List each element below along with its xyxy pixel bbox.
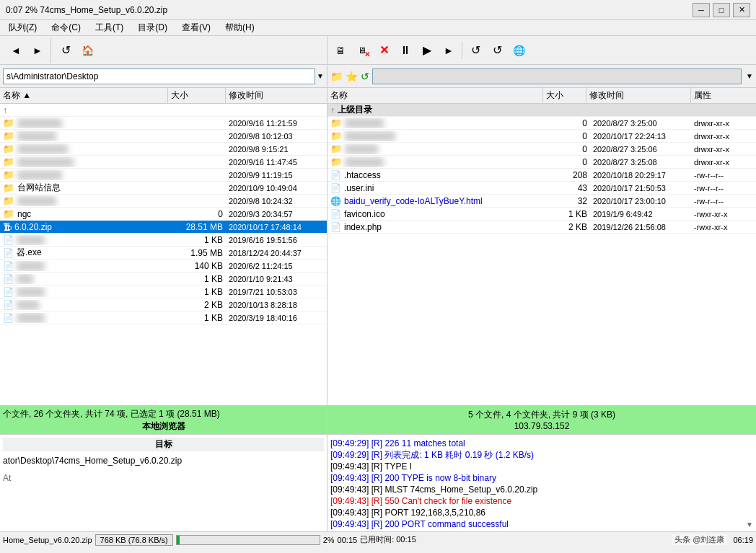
up-icon: ↑ bbox=[3, 105, 7, 115]
table-row[interactable]: 📄fileXXX 1 KB 2020/3/19 18:40:16 bbox=[0, 311, 327, 324]
file-icon: 📄 bbox=[3, 313, 14, 323]
list-item: [09:49:43] [R] 200 TYPE is now 8-bit bin… bbox=[330, 472, 753, 484]
left-col-date[interactable]: 修改时间 bbox=[226, 88, 327, 103]
minimize-button[interactable]: ─ bbox=[693, 3, 710, 17]
right-col-name[interactable]: 名称 bbox=[328, 88, 543, 103]
log-right-panel[interactable]: [09:49:29] [R] 226 11 matches total [09:… bbox=[328, 435, 756, 531]
log-area: 目标 ator\Desktop\74cms_Home_Setup_v6.0.20… bbox=[0, 434, 756, 531]
log-source-row: ator\Desktop\74cms_Home_Setup_v6.0.20.zi… bbox=[3, 456, 324, 466]
address-area: ▼ 📁 ⭐ ↺ ▼ bbox=[0, 65, 756, 88]
green-icon[interactable]: ↺ bbox=[361, 71, 369, 82]
left-toolbar-section2: ↺ 🏠 bbox=[53, 37, 100, 63]
bookmark-icon[interactable]: 📁 bbox=[330, 71, 343, 82]
menu-queue[interactable]: 队列(Z) bbox=[3, 20, 43, 35]
table-row[interactable]: 📄.user.ini 43 2020/10/17 21:50:53 -rw-r-… bbox=[328, 182, 756, 195]
list-item: [09:49:43] [R] 550 Can't check for file … bbox=[330, 495, 753, 507]
list-item: [09:49:29] [R] 列表完成: 1 KB 耗时 0.19 秒 (1.2… bbox=[330, 449, 753, 461]
file-icon: 📄 bbox=[3, 300, 14, 310]
table-row[interactable]: 📄index.php 2 KB 2019/12/26 21:56:08 -rwx… bbox=[328, 221, 756, 234]
remote-refresh-button[interactable]: ↺ bbox=[465, 40, 485, 61]
folder-icon: 📁 bbox=[3, 169, 14, 180]
browser-button[interactable]: 🌐 bbox=[509, 40, 529, 61]
table-row[interactable]: 📄favicon.ico 1 KB 2019/1/9 6:49:42 -rwxr… bbox=[328, 208, 756, 221]
table-row[interactable]: 📁ngc 0 2020/9/3 20:34:57 bbox=[0, 208, 327, 221]
local-address-bar: ▼ bbox=[0, 65, 328, 87]
remote-dropdown-icon[interactable]: ▼ bbox=[746, 72, 753, 80]
file-icon: 📄 bbox=[3, 274, 14, 284]
connect-button[interactable]: 🖥 bbox=[330, 40, 351, 61]
menu-help[interactable]: 帮助(H) bbox=[219, 20, 260, 35]
table-row[interactable]: ↑ bbox=[0, 104, 327, 117]
remote-address-bar: 📁 ⭐ ↺ ▼ bbox=[328, 65, 756, 87]
table-row[interactable]: 📁folderXXX 2020/9/8 10:12:03 bbox=[0, 130, 327, 143]
file-label: Home_Setup_v6.0.20.zip bbox=[3, 536, 92, 544]
right-col-attr[interactable]: 属性 bbox=[691, 88, 756, 103]
table-row[interactable]: ↑上级目录 bbox=[328, 104, 756, 117]
table-row[interactable]: 📄fileX 1 KB 2020/1/10 9:21:43 bbox=[0, 273, 327, 286]
table-row[interactable]: 📁folderXXX 0 2020/8/27 3:25:00 drwxr-xr-… bbox=[328, 117, 756, 130]
forward-button[interactable]: ► bbox=[27, 40, 48, 61]
right-col-size[interactable]: 大小 bbox=[543, 88, 586, 103]
table-row[interactable]: 📄fileXXX 1 KB 2019/6/16 19:51:56 bbox=[0, 234, 327, 247]
star-icon[interactable]: ⭐ bbox=[346, 71, 358, 82]
maximize-button[interactable]: □ bbox=[713, 3, 730, 17]
table-row[interactable]: 📁folderXXXX 2020/9/9 11:19:15 bbox=[0, 169, 327, 182]
table-row[interactable]: 📄器.exe 1.95 MB 2018/12/24 20:44:37 bbox=[0, 247, 327, 260]
address-dropdown-icon[interactable]: ▼ bbox=[317, 72, 324, 80]
watermark: 头条 @刘连康 bbox=[672, 534, 727, 545]
list-item: [09:49:43] [R] PORT 192,168,3,5,210,86 bbox=[330, 507, 753, 518]
local-path-input[interactable] bbox=[3, 68, 315, 84]
table-row[interactable]: 📁folderXXX 2020/9/8 10:24:32 bbox=[0, 195, 327, 208]
zip-icon: 🗜 bbox=[3, 222, 12, 232]
folder-icon: 📁 bbox=[3, 182, 14, 193]
table-row[interactable]: 📁folderXXXX 2020/9/16 11:21:59 bbox=[0, 117, 327, 130]
title-text: 0:07 2% 74cms_Home_Setup_v6.0.20.zip bbox=[6, 5, 167, 15]
table-row[interactable]: 📁folderXXXXXX 2020/9/16 11:47:45 bbox=[0, 156, 327, 169]
folder-icon: 📁 bbox=[3, 156, 14, 167]
server-button[interactable]: 🖥 ✕ bbox=[352, 40, 372, 61]
close-button[interactable]: ✕ bbox=[733, 3, 750, 17]
left-file-header: 名称 ▲ 大小 修改时间 bbox=[0, 88, 327, 104]
menu-directory[interactable]: 目录(D) bbox=[132, 20, 173, 35]
log-left-panel: 目标 ator\Desktop\74cms_Home_Setup_v6.0.20… bbox=[0, 435, 328, 531]
file-icon: 📄 bbox=[3, 235, 14, 245]
remote-path-input[interactable] bbox=[372, 68, 742, 84]
left-status-line1: 个文件, 26 个文件夹, 共计 74 项, 已选定 1 项 (28.51 MB… bbox=[3, 408, 324, 420]
disconnect-button[interactable]: ✕ bbox=[374, 40, 394, 61]
right-col-date[interactable]: 修改时间 bbox=[586, 88, 691, 103]
table-row[interactable]: 📄.htaccess 208 2020/10/18 20:29:17 -rw-r… bbox=[328, 169, 756, 182]
home-button[interactable]: 🏠 bbox=[77, 40, 97, 61]
table-row[interactable]: 📄fileXX 2 KB 2020/10/13 8:28:18 bbox=[0, 298, 327, 311]
menu-command[interactable]: 命令(C) bbox=[45, 20, 87, 35]
table-row[interactable]: 📁folderXX 0 2020/8/27 3:25:06 drwxr-xr-x bbox=[328, 143, 756, 156]
table-row[interactable]: 📁folderXXX 0 2020/8/27 3:25:08 drwxr-xr-… bbox=[328, 156, 756, 169]
menu-tools[interactable]: 工具(T) bbox=[89, 20, 129, 35]
left-status-line2: 本地浏览器 bbox=[3, 420, 324, 433]
remote-refresh2-button[interactable]: ↺ bbox=[487, 40, 507, 61]
menu-view[interactable]: 查看(V) bbox=[176, 20, 216, 35]
list-item: [09:49:43] [R] 200 PORT command successf… bbox=[330, 518, 753, 530]
log-source-label: ator\Desktop\74cms_Home_Setup_v6.0.20.zi… bbox=[3, 456, 182, 466]
play-button[interactable]: ▶ bbox=[417, 40, 437, 61]
table-row[interactable]: 🌐baidu_verify_code-IoALTyBueY.html 32 20… bbox=[328, 195, 756, 208]
bottom-bar: Home_Setup_v6.0.20.zip 768 KB (76.8 KB/s… bbox=[0, 531, 756, 547]
table-row[interactable]: 🗜6.0.20.zip 28.51 MB 2020/10/17 17:48:14 bbox=[0, 221, 327, 234]
back-button[interactable]: ◄ bbox=[6, 40, 26, 61]
pause-button[interactable]: ⏸ bbox=[395, 40, 416, 61]
next-button[interactable]: ► bbox=[439, 40, 459, 61]
table-row[interactable]: 📁台网站信息 2020/10/9 10:49:04 bbox=[0, 182, 327, 195]
table-row[interactable]: 📁folderXXXXX 0 2020/10/17 22:24:13 drwxr… bbox=[328, 130, 756, 143]
main-content: 名称 ▲ 大小 修改时间 ↑ 📁folderXXXX 2020/9/16 11:… bbox=[0, 88, 756, 434]
right-panel: 名称 大小 修改时间 属性 ↑上级目录 📁folderXXX 0 2020/8/… bbox=[328, 88, 756, 434]
table-row[interactable]: 📁folderXXXXX 2020/9/8 9:15:21 bbox=[0, 143, 327, 156]
left-col-name[interactable]: 名称 ▲ bbox=[0, 88, 168, 103]
table-row[interactable]: 📄fileXXX 1 KB 2019/7/21 10:53:03 bbox=[0, 286, 327, 298]
table-row[interactable]: 📄fileXXX 140 KB 2020/6/2 11:24:15 bbox=[0, 260, 327, 273]
folder-icon: 📁 bbox=[3, 143, 14, 154]
left-panel: 名称 ▲ 大小 修改时间 ↑ 📁folderXXXX 2020/9/16 11:… bbox=[0, 88, 328, 434]
left-col-size[interactable]: 大小 bbox=[168, 88, 226, 103]
refresh-button[interactable]: ↺ bbox=[56, 40, 76, 61]
file-icon: 📄 bbox=[3, 287, 14, 297]
log-at-label: At bbox=[3, 473, 324, 483]
progress-bar-container bbox=[176, 535, 320, 545]
